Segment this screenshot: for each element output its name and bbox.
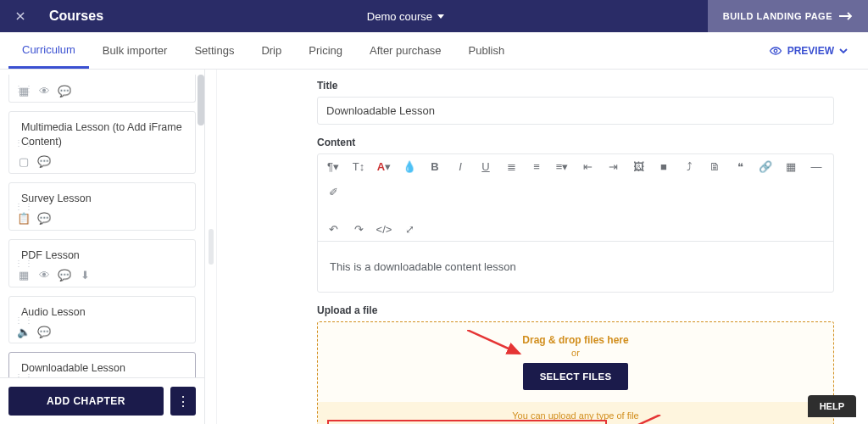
quote-icon[interactable]: ❝ — [733, 159, 747, 173]
preview-button[interactable]: PREVIEW — [748, 32, 868, 69]
lesson-item-multimedia[interactable]: ⋮⋮ Multimedia Lesson (to Add iFrame Cont… — [8, 111, 196, 174]
top-header: Courses Demo course BUILD LANDING PAGE — [0, 0, 868, 32]
drag-handle-icon[interactable]: ⋮⋮ — [14, 140, 35, 144]
tab-publish[interactable]: Publish — [455, 32, 519, 69]
course-name: Demo course — [367, 10, 432, 23]
lesson-item-downloadable[interactable]: ⋮⋮ Downloadable Lesson ☁ 👁 💬 — [8, 352, 196, 377]
content-label: Content — [317, 137, 834, 148]
redo-icon[interactable]: ↷ — [352, 222, 365, 236]
lesson-item-pdf[interactable]: ⋮⋮ PDF Lesson ▦ 👁 💬 ⬇ — [8, 239, 196, 287]
video-icon[interactable]: ■ — [657, 159, 670, 173]
tab-settings[interactable]: Settings — [181, 32, 248, 69]
underline-icon[interactable]: U — [479, 159, 492, 173]
table-icon[interactable]: ▦ — [784, 159, 798, 173]
ordered-list-icon[interactable]: ≡ — [530, 159, 543, 173]
doc-icon: ▦ — [18, 270, 30, 282]
add-chapter-button[interactable]: ADD CHAPTER — [8, 387, 164, 416]
image-icon[interactable]: 🖼 — [632, 159, 645, 173]
eye-icon[interactable]: 👁 — [38, 270, 50, 282]
drag-drop-text: Drag & drop files here — [318, 334, 833, 346]
scrollbar[interactable] — [198, 75, 204, 126]
build-landing-page-button[interactable]: BUILD LANDING PAGE — [708, 0, 868, 32]
upload-label: Upload a file — [317, 304, 834, 316]
file-icon[interactable]: 🗎 — [708, 159, 721, 173]
select-files-button[interactable]: SELECT FILES — [523, 363, 629, 390]
chevron-down-icon — [839, 48, 848, 53]
tab-bar: Curriculum Bulk importer Settings Drip P… — [0, 32, 868, 70]
lesson-item-audio[interactable]: ⋮⋮ Audio Lesson 🔈 💬 — [8, 296, 196, 344]
lesson-title-input[interactable] — [317, 97, 834, 125]
undo-icon[interactable]: ↶ — [326, 222, 340, 236]
upload-dropzone[interactable]: Drag & drop files here or SELECT FILES Y… — [317, 321, 834, 424]
close-button[interactable] — [0, 0, 41, 32]
fullscreen-icon[interactable]: ⤢ — [403, 222, 416, 236]
code-view-icon[interactable]: </> — [377, 222, 391, 236]
chapter-actions-menu[interactable]: ⋮ — [170, 387, 196, 416]
comments-icon[interactable]: 💬 — [58, 85, 70, 97]
italic-icon[interactable]: I — [453, 159, 467, 173]
rich-text-editor: ¶▾ T↕ A▾ 💧 B I U ≣ ≡ ≡▾ ⇤ ⇥ 🖼 ■ ⤴ 🗎 ❝ 🔗 … — [317, 153, 834, 293]
font-size-icon[interactable]: T↕ — [352, 159, 365, 173]
drag-handle-icon[interactable]: ⋮⋮ — [14, 374, 35, 377]
lesson-item-survey[interactable]: ⋮⋮ Survey Lesson 📋 💬 — [8, 182, 196, 231]
tab-drip[interactable]: Drip — [248, 32, 295, 69]
drag-handle-icon[interactable]: ⋮⋮ — [14, 204, 35, 209]
tab-pricing[interactable]: Pricing — [295, 32, 356, 69]
tab-after-purchase[interactable]: After purchase — [356, 32, 455, 69]
indent-icon[interactable]: ⇥ — [606, 159, 620, 173]
caret-down-icon — [437, 14, 444, 19]
download-icon[interactable]: ⬇ — [79, 270, 91, 282]
hr-icon[interactable]: — — [810, 159, 823, 173]
bullet-list-icon[interactable]: ≣ — [504, 159, 518, 173]
comments-icon[interactable]: 💬 — [38, 326, 50, 338]
header-title: Courses — [41, 8, 103, 24]
clear-format-icon[interactable]: ✐ — [326, 185, 340, 198]
drag-handle-icon[interactable]: ⋮⋮ — [14, 317, 35, 321]
editor-toolbar: ¶▾ T↕ A▾ 💧 B I U ≣ ≡ ≡▾ ⇤ ⇥ 🖼 ■ ⤴ 🗎 ❝ 🔗 … — [318, 154, 833, 242]
lesson-sidebar: ⋮⋮ ▦ 👁 💬 ⋮⋮ Multimedia Lesson (to Add iF… — [0, 70, 205, 424]
upload-hint: You can upload any type of file — [318, 402, 833, 424]
drag-handle-icon[interactable]: ⋮⋮ — [14, 261, 35, 265]
clipboard-icon: 📋 — [18, 213, 30, 225]
link-icon[interactable]: 🔗 — [759, 159, 772, 173]
course-switcher[interactable]: Demo course — [367, 10, 444, 23]
arrow-right-icon — [839, 12, 853, 20]
audio-icon: 🔈 — [18, 326, 30, 338]
background-color-icon[interactable]: 💧 — [403, 159, 416, 173]
lesson-editor: Title Content ¶▾ T↕ A▾ 💧 B I U ≣ ≡ ≡▾ ⇤ … — [217, 70, 868, 424]
text-color-icon[interactable]: A▾ — [377, 159, 391, 173]
bold-icon[interactable]: B — [428, 159, 442, 173]
tab-curriculum[interactable]: Curriculum — [8, 32, 89, 69]
media-icon: ▢ — [18, 156, 30, 168]
or-text: or — [318, 348, 833, 358]
paragraph-format-icon[interactable]: ¶▾ — [326, 159, 340, 173]
resize-handle[interactable] — [205, 70, 217, 424]
lesson-item[interactable]: ⋮⋮ ▦ 👁 💬 — [8, 75, 196, 103]
eye-icon[interactable]: 👁 — [38, 85, 50, 97]
comments-icon[interactable]: 💬 — [58, 270, 70, 282]
upload-icon[interactable]: ⤴ — [682, 159, 696, 173]
help-widget[interactable]: HELP — [808, 395, 856, 417]
title-label: Title — [317, 80, 834, 92]
align-icon[interactable]: ≡▾ — [555, 159, 569, 173]
comments-icon[interactable]: 💬 — [38, 156, 50, 168]
editor-content[interactable]: This is a downloadable content lesson — [318, 242, 833, 292]
outdent-icon[interactable]: ⇤ — [581, 159, 594, 173]
comments-icon[interactable]: 💬 — [38, 213, 50, 225]
svg-point-0 — [774, 49, 777, 53]
drag-handle-icon[interactable]: ⋮⋮ — [14, 86, 35, 91]
eye-icon — [769, 47, 782, 55]
tab-bulk-importer[interactable]: Bulk importer — [89, 32, 181, 69]
